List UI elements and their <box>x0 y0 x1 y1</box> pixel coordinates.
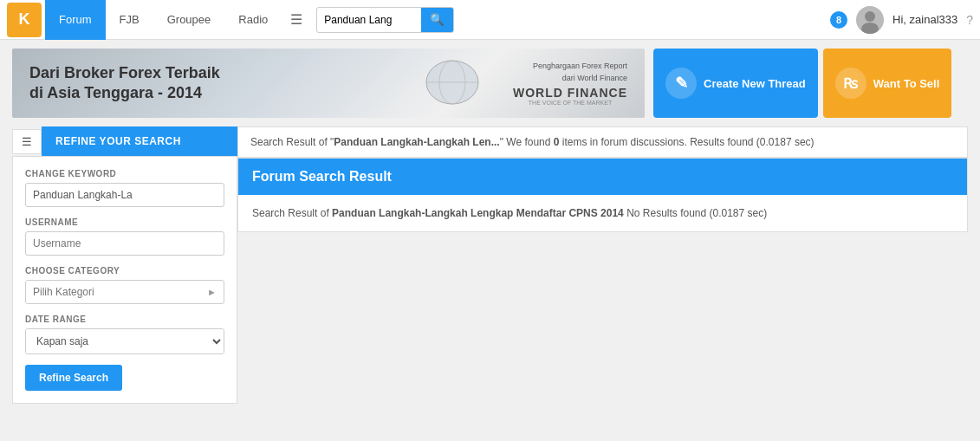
banner-title-line1: Dari Broker Forex Terbaik <box>29 63 392 83</box>
bar-text-after: " We found <box>500 136 554 148</box>
nav-groupee[interactable]: Groupee <box>153 0 225 40</box>
username-input[interactable] <box>25 231 224 256</box>
world-finance-title: WORLD FINANCE <box>513 86 627 100</box>
date-range-label: DATE RANGE <box>25 315 224 324</box>
nav-radio[interactable]: Radio <box>224 0 282 40</box>
result-header: Forum Search Result <box>238 159 967 195</box>
content-area: Search Result of "Panduan Langkah-Langka… <box>237 126 968 404</box>
date-range-select[interactable]: Kapan saja Hari ini Minggu ini Bulan ini <box>26 329 224 353</box>
list-toggle[interactable]: ☰ <box>12 129 42 154</box>
result-body: Search Result of Panduan Langkah-Langkah… <box>238 195 967 231</box>
result-query-bold: Panduan Langkah-Langkah Lengkap Mendafta… <box>332 207 624 219</box>
logo[interactable]: K <box>7 3 42 37</box>
result-suffix: No Results found (0.0187 sec) <box>624 207 767 219</box>
help-icon[interactable]: ? <box>966 13 973 27</box>
date-range-select-row: Kapan saja Hari ini Minggu ini Bulan ini <box>25 328 224 354</box>
create-thread-button[interactable]: ✎ Create New Thread <box>653 49 818 118</box>
category-input[interactable] <box>26 281 200 303</box>
list-icon[interactable]: ☰ <box>282 11 311 28</box>
nav-fjb[interactable]: FJB <box>106 0 153 40</box>
create-thread-label: Create New Thread <box>704 77 806 90</box>
refine-search-button[interactable]: Refine Search <box>25 365 122 391</box>
user-greeting: Hi, zainal333 <box>892 13 957 26</box>
category-select-row: ► <box>25 280 224 304</box>
result-panel: Forum Search Result Search Result of Pan… <box>237 158 968 232</box>
want-to-sell-label: Want To Sell <box>873 77 940 90</box>
search-button[interactable]: 🔍 <box>421 7 453 33</box>
want-to-sell-button[interactable]: ₨ Want To Sell <box>823 49 952 118</box>
nav-right: 8 Hi, zainal333 ? <box>830 6 973 34</box>
sidebar: ☰ REFINE YOUR SEARCH CHANGE KEYWORD USER… <box>12 126 237 404</box>
refine-form: CHANGE KEYWORD USERNAME CHOOSE CATEGORY … <box>12 156 237 404</box>
refine-tab[interactable]: REFINE YOUR SEARCH <box>42 126 237 156</box>
notification-badge[interactable]: 8 <box>830 11 847 29</box>
keyword-input[interactable] <box>25 183 224 207</box>
avatar <box>856 6 884 34</box>
bar-text-before: Search Result of " <box>250 136 334 148</box>
category-arrow-icon[interactable]: ► <box>200 282 224 302</box>
change-keyword-label: CHANGE KEYWORD <box>25 169 224 178</box>
svg-point-1 <box>865 11 875 22</box>
action-buttons: ✎ Create New Thread ₨ Want To Sell <box>653 49 951 118</box>
result-prefix: Search Result of <box>252 207 332 219</box>
search-bar: 🔍 <box>316 7 454 33</box>
bar-suffix: items in forum discussions. Results foun… <box>559 136 814 148</box>
choose-category-label: CHOOSE CATEGORY <box>25 266 224 276</box>
banner-award-line1: Penghargaan Forex Report <box>513 62 627 70</box>
username-label: USERNAME <box>25 217 224 227</box>
banner-title-line2: di Asia Tenggara - 2014 <box>29 83 392 103</box>
banner-award-line2: dari World Finance <box>513 74 627 82</box>
search-input[interactable] <box>317 10 421 29</box>
logo-letter: K <box>19 10 30 29</box>
banner: Dari Broker Forex Terbaik di Asia Tengga… <box>12 49 645 118</box>
top-nav: K Forum FJB Groupee Radio ☰ 🔍 8 Hi, zain… <box>0 0 980 40</box>
banner-area: Dari Broker Forex Terbaik di Asia Tengga… <box>0 40 980 126</box>
nav-forum[interactable]: Forum <box>45 0 106 40</box>
create-thread-icon: ✎ <box>665 68 697 99</box>
world-finance-tagline: THE VOICE OF THE MARKET <box>513 100 627 106</box>
want-to-sell-icon: ₨ <box>835 68 866 99</box>
refine-tab-row: ☰ REFINE YOUR SEARCH <box>12 126 237 156</box>
search-result-bar: Search Result of "Panduan Langkah-Langka… <box>237 126 968 158</box>
main-area: ☰ REFINE YOUR SEARCH CHANGE KEYWORD USER… <box>0 126 980 416</box>
bar-query: Panduan Langkah-Langkah Len... <box>334 136 499 148</box>
